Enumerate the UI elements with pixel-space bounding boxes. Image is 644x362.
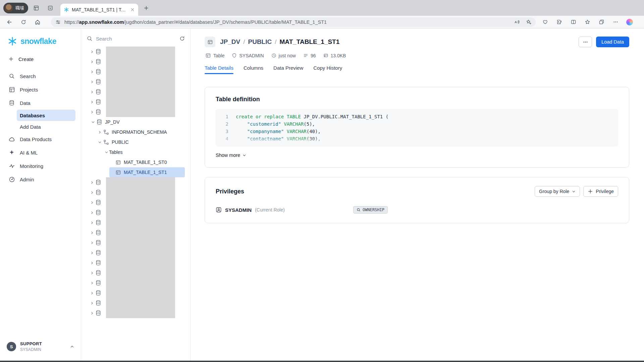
meta-label: 96 bbox=[311, 53, 316, 58]
tab-close-icon[interactable] bbox=[130, 7, 135, 12]
refresh-icon[interactable] bbox=[18, 17, 29, 27]
tree-search[interactable]: Search bbox=[87, 33, 185, 44]
url-bar[interactable]: https://app.snowflake.com/jugdhon/cdata_… bbox=[51, 17, 536, 27]
add-privilege-button[interactable]: Privilege bbox=[583, 186, 618, 197]
code-line: 1create or replace TABLE JP_DV.PUBLIC.MA… bbox=[216, 113, 618, 120]
chevron-right-icon[interactable] bbox=[97, 130, 102, 134]
tree-skeleton-row[interactable] bbox=[81, 207, 190, 218]
tree-skeleton-row[interactable] bbox=[81, 228, 190, 238]
back-icon[interactable] bbox=[4, 17, 15, 27]
new-tab-button[interactable] bbox=[141, 3, 152, 13]
tree-skeleton-row[interactable] bbox=[81, 268, 190, 278]
more-actions-button[interactable] bbox=[579, 37, 592, 47]
tab-copy-history[interactable]: Copy History bbox=[313, 65, 342, 74]
create-label: Create bbox=[18, 56, 34, 62]
copilot-icon[interactable] bbox=[624, 17, 635, 27]
read-aloud-icon[interactable]: A bbox=[512, 18, 521, 26]
snowflake-logo[interactable]: snowflake bbox=[0, 35, 81, 47]
tree-skeleton-row[interactable] bbox=[81, 87, 190, 97]
database-icon bbox=[95, 109, 101, 115]
extensions-icon[interactable] bbox=[554, 17, 565, 27]
add-favorite-icon[interactable] bbox=[524, 18, 533, 26]
svg-text:A: A bbox=[515, 20, 517, 24]
tree-node-mat-table-1-st1[interactable]: MAT_TABLE_1_ST1 bbox=[81, 167, 190, 177]
code-text: "customerid" VARCHAR(5), bbox=[236, 120, 315, 128]
snowflake-logo-icon bbox=[7, 36, 17, 46]
sidebar-item-add-data[interactable]: Add Data bbox=[17, 121, 75, 132]
sidebar-item-monitoring[interactable]: Monitoring bbox=[0, 159, 81, 173]
tree-node-information-schema[interactable]: INFORMATION_SCHEMA bbox=[81, 127, 190, 137]
sidebar-item-data-products[interactable]: Data Products bbox=[0, 132, 81, 146]
chevron-right-icon bbox=[89, 261, 95, 265]
tree-node-tables[interactable]: Tables bbox=[81, 147, 190, 157]
tree-skeleton-row[interactable] bbox=[81, 258, 190, 268]
workspaces-icon[interactable] bbox=[31, 3, 42, 13]
sidebar-item-ai-ml[interactable]: AI & ML bbox=[0, 146, 81, 159]
chevron-right-icon bbox=[89, 110, 95, 114]
database-icon bbox=[95, 300, 101, 306]
more-icon[interactable] bbox=[610, 17, 621, 27]
sidebar-item-projects[interactable]: Projects bbox=[0, 83, 81, 96]
browser-profile-chip[interactable]: 職場 bbox=[3, 3, 28, 13]
tree-skeleton-row[interactable] bbox=[81, 47, 190, 57]
tree-node-jp-dv[interactable]: JP_DV bbox=[81, 117, 190, 127]
tree-skeleton-row[interactable] bbox=[81, 278, 190, 288]
tree-skeleton-row[interactable] bbox=[81, 97, 190, 107]
group-by-role-button[interactable]: Group by Role bbox=[535, 186, 580, 197]
home-icon[interactable] bbox=[32, 17, 43, 27]
tree-skeleton-row[interactable] bbox=[81, 107, 190, 117]
privilege-role-name: SYSADMIN bbox=[225, 207, 252, 213]
load-data-button[interactable]: Load Data bbox=[596, 37, 629, 47]
tree-skeleton-row[interactable] bbox=[81, 77, 190, 87]
chevron-down-icon[interactable] bbox=[104, 150, 109, 154]
favorites-icon[interactable] bbox=[582, 17, 593, 27]
sidebar-item-data[interactable]: Data bbox=[0, 96, 81, 110]
database-icon bbox=[95, 310, 101, 316]
tree-skeleton-row[interactable] bbox=[81, 238, 190, 248]
tree-node-mat-table-1-st0[interactable]: MAT_TABLE_1_ST0 bbox=[81, 157, 190, 167]
profile-label: 職場 bbox=[15, 5, 24, 11]
sidebar-item-admin[interactable]: Admin bbox=[0, 173, 81, 186]
site-info-icon[interactable] bbox=[54, 18, 62, 26]
code-line: 2 "customerid" VARCHAR(5), bbox=[216, 120, 618, 128]
sidebar-item-label: Databases bbox=[20, 113, 45, 118]
support-menu[interactable]: S SUPPORT SYSADMIN bbox=[0, 341, 81, 352]
show-more-button[interactable]: Show more bbox=[216, 153, 246, 158]
chevron-down-icon[interactable] bbox=[97, 140, 102, 144]
create-button[interactable]: Create bbox=[0, 53, 81, 65]
tab-columns[interactable]: Columns bbox=[244, 65, 263, 74]
tree-skeleton-row[interactable] bbox=[81, 308, 190, 318]
tree-skeleton-row[interactable] bbox=[81, 187, 190, 197]
sidebar-item-label: Projects bbox=[20, 87, 38, 93]
breadcrumb-segment-mat-table-1-st1: MAT_TABLE_1_ST1 bbox=[280, 38, 340, 46]
tree-node-public[interactable]: PUBLIC bbox=[81, 137, 190, 147]
show-more-label: Show more bbox=[216, 153, 240, 158]
tree-skeleton-row[interactable] bbox=[81, 177, 190, 187]
chevron-down-icon[interactable] bbox=[90, 120, 96, 124]
tree-skeleton-row[interactable] bbox=[81, 288, 190, 298]
line-number: 2 bbox=[216, 120, 236, 128]
code-token: TABLE bbox=[287, 114, 304, 119]
privileges-actions: Group by Role Privilege bbox=[535, 186, 618, 197]
tree-skeleton-row[interactable] bbox=[81, 67, 190, 77]
browser-tab-strip: 職場 MAT_TABLE_1_ST1 | Table bbox=[0, 0, 644, 16]
essentials-icon[interactable] bbox=[540, 17, 550, 27]
sidebar-item-label: Monitoring bbox=[20, 163, 43, 169]
tree-skeleton-row[interactable] bbox=[81, 248, 190, 258]
sidebar-item-databases[interactable]: Databases bbox=[17, 110, 75, 121]
tab-table-details[interactable]: Table Details bbox=[205, 65, 233, 74]
refresh-icon[interactable] bbox=[179, 36, 185, 41]
breadcrumb-segment-public[interactable]: PUBLIC bbox=[248, 38, 272, 46]
tree-skeleton-row[interactable] bbox=[81, 298, 190, 308]
tab-actions-icon[interactable] bbox=[45, 3, 56, 13]
tree-node-body: MAT_TABLE_1_ST1 bbox=[109, 167, 185, 177]
collections-icon[interactable] bbox=[596, 17, 607, 27]
tree-skeleton-row[interactable] bbox=[81, 197, 190, 207]
tree-skeleton-row[interactable] bbox=[81, 218, 190, 228]
tree-skeleton-row[interactable] bbox=[81, 57, 190, 67]
split-icon[interactable] bbox=[568, 17, 579, 27]
browser-tab-active[interactable]: MAT_TABLE_1_ST1 | Table bbox=[60, 4, 138, 16]
tab-data-preview[interactable]: Data Preview bbox=[273, 65, 303, 74]
sidebar-item-search[interactable]: Search bbox=[0, 69, 81, 83]
breadcrumb-segment-jp-dv[interactable]: JP_DV bbox=[220, 38, 240, 46]
